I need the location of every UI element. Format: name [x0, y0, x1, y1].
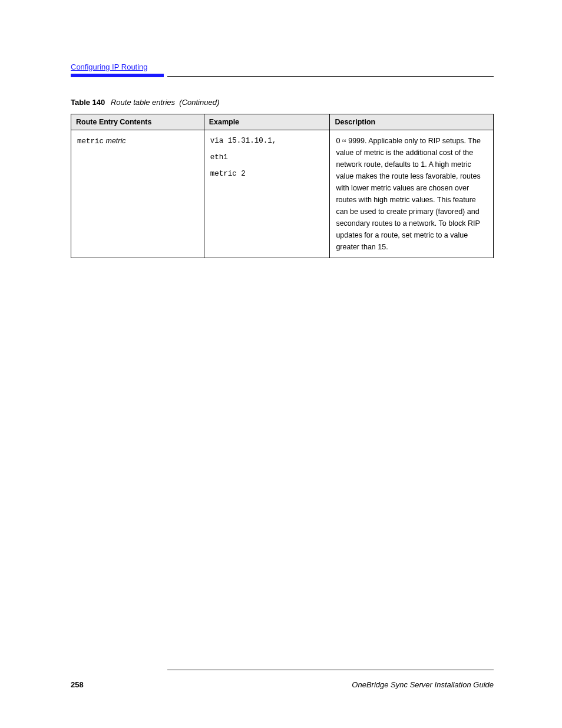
table-header-row: Route Entry Contents Example Description	[71, 114, 494, 130]
approx-symbol: ≈	[342, 137, 346, 145]
cell-contents: metric metric	[71, 130, 204, 258]
metric-var: metric	[106, 137, 126, 145]
desc-after: 9999. Applicable only to RIP setups. The…	[336, 137, 480, 251]
col-header-description: Description	[330, 114, 494, 130]
caption-title: Route table entries	[111, 98, 175, 107]
caption-label: Table 140	[71, 98, 105, 107]
col-header-contents: Route Entry Contents	[71, 114, 204, 130]
desc-before: 0	[336, 137, 342, 145]
caption-continued: (Continued)	[177, 98, 220, 107]
footer-doc-title: OneBridge Sync Server Installation Guide	[352, 680, 494, 689]
header-accent-bar	[71, 74, 164, 77]
header: Configuring IP Routing	[71, 61, 494, 72]
example-line-2: eth1	[210, 151, 324, 163]
example-line-3: metric 2	[210, 168, 324, 180]
breadcrumb-link[interactable]: Configuring IP Routing	[71, 62, 148, 71]
example-line-1: via 15.31.10.1,	[210, 135, 324, 147]
footer-page-number: 258	[71, 680, 84, 689]
metric-keyword: metric	[77, 137, 104, 146]
cell-example: via 15.31.10.1, eth1 metric 2	[204, 130, 330, 258]
header-rule	[71, 74, 494, 77]
col-header-example: Example	[204, 114, 330, 130]
route-table: Route Entry Contents Example Description…	[71, 114, 494, 258]
cell-description: 0 ≈ 9999. Applicable only to RIP setups.…	[330, 130, 494, 258]
footer-rule	[167, 670, 494, 670]
table-row: metric metric via 15.31.10.1, eth1 metri…	[71, 130, 494, 258]
table-caption: Table 140 Route table entries (Continued…	[71, 98, 494, 107]
header-thin-rule	[167, 76, 494, 77]
